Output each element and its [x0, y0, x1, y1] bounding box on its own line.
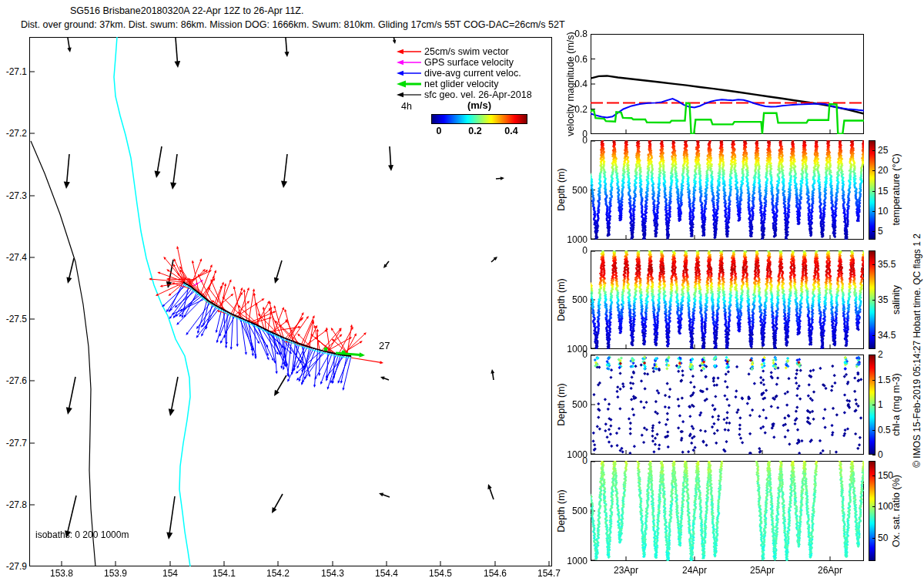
- map-y-tick-label: -27.5: [0, 314, 27, 324]
- chl-colorbar-label: chl-a (mg m-3): [891, 373, 902, 435]
- map-x-tick-label: 153.8: [42, 568, 81, 578]
- oxygen-colorbar-tick: [872, 538, 875, 539]
- legend-item: GPS surface velocity: [397, 57, 514, 68]
- map-y-tick-label: -27.9: [0, 561, 27, 572]
- date-tick-label: 24Apr: [675, 565, 715, 576]
- map-x-tick-label: 153.9: [96, 568, 135, 578]
- figure: SG516 Brisbane20180320A 22-Apr 12Z to 26…: [0, 0, 924, 578]
- temperature-colorbar-tick: [872, 211, 875, 212]
- chl-colorbar-tick-label: 0.5: [878, 425, 891, 435]
- salinity-colorbar-tick-label: 35: [878, 294, 888, 305]
- salinity-panel: [591, 250, 864, 349]
- velocity-chart-canvas: [591, 34, 864, 134]
- chl-colorbar-tick-label: 2: [878, 349, 883, 360]
- date-tick-label: 26Apr: [810, 565, 850, 576]
- legend-item-label: sfc geo. vel. 26-Apr-2018: [424, 89, 532, 100]
- legend-arrow-icon: [397, 69, 421, 78]
- oxygen-colorbar-tick: [872, 506, 875, 507]
- velocity-y-tick-label: 0.6: [554, 54, 588, 65]
- legend-arrow-icon: [397, 47, 421, 56]
- legend-arrow-icon: [397, 79, 421, 89]
- temperature-colorbar-tick: [872, 170, 875, 171]
- chl-panel: [591, 355, 864, 455]
- map-x-tick-label: 154.7: [530, 568, 568, 578]
- temperature-colorbar-tick-label: 15: [878, 186, 888, 197]
- map-x-tick-label: 154.3: [313, 568, 352, 578]
- chl-y-tick-label: 0: [554, 349, 588, 360]
- temperature-colorbar-tick-label: 5: [878, 226, 883, 237]
- temperature-panel: [591, 140, 864, 240]
- salinity-colorbar-tick-label: 34.5: [878, 330, 896, 341]
- chl-colorbar-tick-label: 1: [878, 399, 883, 410]
- legend-arrow-icon: [397, 90, 421, 99]
- chl-y-tick-label: 500: [554, 399, 588, 410]
- temperature-y-tick-label: 500: [554, 185, 588, 196]
- chl-y-tick-label: 1000: [554, 449, 588, 460]
- map-y-tick-label: -27.1: [0, 66, 27, 77]
- oxygen-scatter-canvas: [591, 461, 864, 561]
- chl-scatter-canvas: [591, 355, 864, 455]
- temperature-colorbar-tick-label: 10: [878, 206, 888, 217]
- map-x-tick-label: 154.4: [367, 568, 406, 578]
- map-colorbar-tick-label: 0: [431, 126, 447, 136]
- legend-item: sfc geo. vel. 26-Apr-2018: [397, 89, 532, 100]
- oxygen-y-tick-label: 500: [554, 506, 588, 516]
- chl-colorbar-tick-label: 1.5: [878, 375, 891, 385]
- salinity-colorbar-tick: [872, 335, 875, 336]
- velocity-y-tick-label: 0.8: [554, 29, 588, 39]
- oxygen-colorbar-tick-label: 50: [878, 533, 888, 543]
- salinity-colorbar-label: salinity: [891, 285, 902, 314]
- map-x-tick-label: 154: [151, 568, 189, 578]
- temperature-scatter-canvas: [591, 140, 864, 240]
- salinity-colorbar-tick: [872, 264, 875, 265]
- map-y-tick-label: -27.7: [0, 438, 27, 449]
- oxygen-colorbar-tick-label: 100: [878, 501, 893, 512]
- temperature-colorbar-tick: [872, 231, 875, 232]
- map-colorbar-tick-label: 0.2: [467, 126, 483, 136]
- map-x-tick-label: 154.2: [259, 568, 297, 578]
- legend-item-label: dive-avg current veloc.: [424, 68, 521, 79]
- chl-colorbar-tick: [872, 405, 875, 405]
- legend-item-label: GPS surface velocity: [424, 57, 514, 68]
- map-x-tick-label: 154.5: [421, 568, 460, 578]
- map-colorbar-tick-label: 0.4: [504, 126, 519, 136]
- figure-title: SG516 Brisbane20180320A 22-Apr 12Z to 26…: [70, 5, 303, 16]
- temperature-colorbar-tick: [872, 150, 875, 151]
- map-x-tick-label: 154.6: [476, 568, 514, 578]
- legend-time-scale-label: 4h: [401, 101, 412, 112]
- oxygen-y-tick-label: 1000: [554, 556, 588, 566]
- temperature-y-tick-label: 1000: [554, 234, 588, 245]
- velocity-y-tick-label: 0.4: [554, 79, 588, 89]
- oxygen-panel: [591, 461, 864, 561]
- date-tick-label: 25Apr: [742, 565, 782, 576]
- map-y-tick-label: -27.8: [0, 499, 27, 510]
- isobaths-label: isobaths: 0 200 1000m: [35, 529, 129, 540]
- map-colorbar-title: (m/s): [431, 100, 527, 111]
- map-legend: 25cm/s swim vectorGPS surface velocitydi…: [389, 46, 551, 108]
- chl-colorbar-tick: [872, 380, 875, 381]
- credit-text: © IMOS 15-Feb-2019 05:14:27 Hobart time.…: [912, 234, 922, 468]
- figure-subtitle: Dist. over ground: 37km. Dist. swum: 86k…: [21, 19, 565, 30]
- map-y-tick-label: -27.2: [0, 128, 27, 139]
- map-y-tick-label: -27.4: [0, 252, 27, 263]
- salinity-colorbar-tick: [872, 300, 875, 301]
- map-x-tick-label: 154.1: [205, 568, 243, 578]
- salinity-y-tick-label: 0: [554, 245, 588, 256]
- oxygen-colorbar-tick-label: 150: [878, 470, 893, 481]
- chl-colorbar-tick: [872, 430, 875, 431]
- temperature-colorbar-label: temperature (°C): [891, 153, 902, 225]
- legend-item: net glider velocity: [397, 79, 499, 89]
- temperature-colorbar-tick: [872, 191, 875, 192]
- map-colorbar: [431, 114, 527, 124]
- salinity-y-tick-label: 500: [554, 294, 588, 305]
- salinity-colorbar-tick-label: 35.5: [878, 259, 896, 270]
- date-tick-label: 23Apr: [606, 565, 646, 576]
- chl-colorbar-tick: [872, 355, 875, 355]
- legend-item-label: net glider velocity: [424, 79, 499, 89]
- velocity-y-tick-label: 0.2: [554, 104, 588, 115]
- salinity-scatter-canvas: [591, 250, 864, 349]
- legend-item: dive-avg current veloc.: [397, 68, 521, 79]
- contour-label-27: 27: [379, 341, 390, 351]
- map-y-tick-label: -27.3: [0, 190, 27, 201]
- velocity-panel: [591, 34, 864, 134]
